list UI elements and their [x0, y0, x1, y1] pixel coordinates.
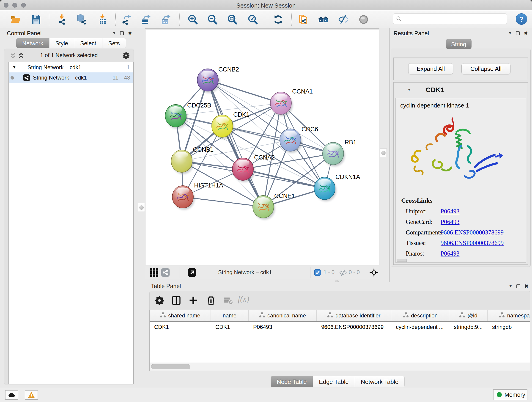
table-panel-title: Table Panel	[151, 283, 181, 289]
show-columns-icon[interactable]	[171, 295, 181, 306]
import-table-icon[interactable]	[97, 14, 108, 25]
expand-all-button[interactable]: Expand All	[408, 63, 453, 74]
warning-icon	[27, 392, 35, 398]
table-cell[interactable]: stringdb:9...	[449, 322, 488, 333]
import-database-icon[interactable]	[76, 14, 87, 25]
float-table-icon[interactable]	[516, 284, 520, 288]
network-node-RB1[interactable]	[323, 142, 345, 166]
network-selection-status: 1 of 1 Network selected	[4, 52, 133, 58]
table-cell[interactable]: cyclin-dependent ...	[391, 322, 449, 333]
hide-selected-icon[interactable]	[338, 14, 349, 25]
help-button[interactable]: ?	[516, 13, 527, 25]
export-table-icon[interactable]	[141, 14, 152, 25]
export-image-icon[interactable]	[161, 14, 172, 25]
close-results-icon[interactable]: ✖	[524, 31, 528, 36]
network-node-CDKN1A[interactable]	[314, 177, 336, 201]
network-collection-row[interactable]: ▼ String Network – cdk1 1	[9, 62, 133, 72]
search-input[interactable]	[404, 15, 504, 22]
refresh-icon[interactable]	[273, 14, 284, 25]
tab-network-table[interactable]: Network Table	[355, 376, 405, 387]
cloud-button[interactable]	[5, 390, 18, 400]
zoom-selected-icon[interactable]	[247, 14, 258, 25]
network-node-CDC6[interactable]	[280, 129, 302, 153]
column-header-shared-name[interactable]: shared name	[150, 310, 211, 321]
collapse-table-icon[interactable]: ▼	[509, 284, 513, 288]
network-row-selected[interactable]: String Network – cdk1 11 48	[9, 72, 133, 83]
share-document-icon[interactable]	[298, 14, 309, 25]
tab-style[interactable]: Style	[50, 38, 75, 48]
grid-view-icon[interactable]	[149, 268, 158, 277]
network-node-CCNE1[interactable]	[253, 196, 275, 220]
export-network-icon[interactable]	[121, 14, 132, 25]
save-session-icon[interactable]	[31, 14, 42, 25]
network-node-CCNA1[interactable]	[270, 92, 293, 116]
network-options-gear-icon[interactable]	[122, 51, 130, 59]
float-results-icon[interactable]	[516, 32, 520, 35]
column-header-canonical-name[interactable]: canonical name	[249, 310, 317, 321]
table-cell[interactable]: CDK1	[150, 322, 211, 333]
collapse-all-button[interactable]: Collapse All	[462, 63, 510, 74]
crosslink-link[interactable]: P06493	[441, 208, 460, 215]
node-label-CCNB2: CCNB2	[218, 66, 239, 73]
crosslink-link[interactable]: P06493	[441, 218, 460, 225]
share-view-icon[interactable]	[161, 268, 170, 277]
tab-network[interactable]: Network	[16, 38, 50, 48]
tab-edge-table[interactable]: Edge Table	[313, 376, 355, 387]
results-scrollbar-fragment[interactable]	[397, 259, 407, 262]
open-session-icon[interactable]	[10, 14, 21, 25]
warnings-button[interactable]	[25, 390, 38, 400]
zoom-out-icon[interactable]	[207, 14, 218, 25]
column-header--id[interactable]: @id	[449, 310, 488, 321]
tab-string[interactable]: String	[446, 39, 472, 49]
close-panel-icon[interactable]: ✖	[128, 31, 132, 36]
close-table-icon[interactable]: ✖	[524, 284, 528, 288]
birds-eye-view-icon[interactable]	[369, 268, 379, 277]
network-list: ▼ String Network – cdk1 1 String Network…	[8, 62, 133, 384]
table-cell[interactable]: P06493	[249, 322, 317, 333]
right-splitter-handle[interactable]	[380, 148, 387, 157]
tab-sets[interactable]: Sets	[102, 38, 126, 48]
collection-expand-icon[interactable]: ▼	[12, 65, 16, 70]
table-row[interactable]: CDK1CDK1P064939606.ENSP00000378699cyclin…	[150, 322, 530, 333]
table-cell[interactable]: CDK1	[211, 322, 249, 333]
table-horizontal-scrollbar[interactable]	[150, 363, 530, 370]
network-edge[interactable]	[183, 197, 263, 207]
column-header-namespace[interactable]: namespace	[488, 310, 530, 321]
table-cell[interactable]: 9606.ENSP00000378699	[317, 322, 391, 333]
annotation-mode-icon[interactable]	[187, 268, 196, 277]
network-canvas[interactable]: CCNB2CCNA1CDC25BCDK1CDC6RB1CCNB1CCNA2CDK…	[145, 30, 380, 265]
show-all-icon[interactable]	[358, 14, 369, 25]
entry-expand-icon[interactable]: ▼	[407, 88, 411, 92]
scrollbar-thumb[interactable]	[151, 364, 190, 369]
network-edge[interactable]	[243, 169, 325, 188]
zoom-in-icon[interactable]	[187, 14, 198, 25]
left-splitter-handle[interactable]	[138, 203, 145, 212]
network-node-CCNB2[interactable]	[197, 69, 220, 93]
collapse-results-icon[interactable]: ▼	[508, 32, 512, 35]
tab-node-table[interactable]: Node Table	[271, 376, 313, 387]
crosslink-link[interactable]: 9606.ENSP00000378699	[441, 240, 504, 247]
crosslink-row: Tissues:9606.ENSP00000378699	[396, 238, 526, 249]
float-panel-icon[interactable]	[120, 32, 124, 35]
collapse-panel-icon[interactable]: ▼	[113, 32, 116, 35]
table-options-gear-icon[interactable]	[154, 295, 165, 306]
network-node-CDC25B[interactable]	[165, 104, 187, 128]
crosslink-link[interactable]: P06493	[441, 250, 460, 257]
network-node-HIST1H1A[interactable]	[172, 186, 195, 210]
column-header-name[interactable]: name	[211, 310, 249, 321]
tab-select[interactable]: Select	[74, 38, 102, 48]
delete-column-icon[interactable]	[206, 295, 216, 306]
table-cell[interactable]: stringdb	[488, 322, 530, 333]
zoom-fit-icon[interactable]	[227, 14, 238, 25]
column-header-description[interactable]: description	[391, 310, 449, 321]
column-type-icon	[327, 312, 333, 319]
crosslink-link[interactable]: 9606.ENSP00000378699	[441, 229, 504, 236]
column-header-database-identifier[interactable]: database identifier	[317, 310, 391, 321]
network-node-CDK1[interactable]	[212, 115, 234, 139]
memory-button[interactable]: Memory	[493, 389, 527, 400]
selected-checkbox-icon[interactable]	[314, 269, 321, 276]
import-network-icon[interactable]	[57, 14, 68, 25]
left-splitter[interactable]	[138, 28, 145, 387]
add-column-icon[interactable]	[188, 295, 198, 306]
home-icon[interactable]	[318, 14, 329, 25]
